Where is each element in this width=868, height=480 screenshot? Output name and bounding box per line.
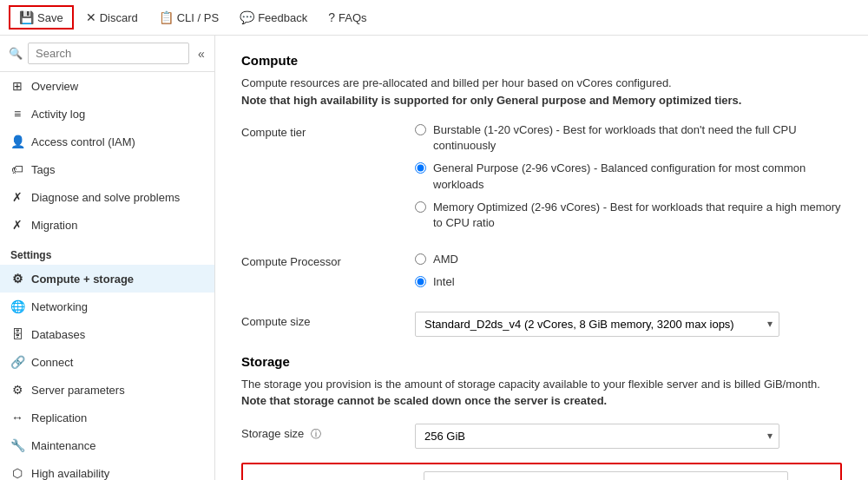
sidebar-item-databases[interactable]: 🗄 Databases (0, 320, 214, 348)
compute-desc1: Compute resources are pre-allocated and … (241, 76, 672, 89)
storage-size-label: Storage size ⓘ (241, 424, 415, 442)
sidebar-item-label: Activity log (31, 108, 85, 121)
tier-memory-option: Memory Optimized (2-96 vCores) - Best fo… (415, 200, 842, 231)
tier-general-radio[interactable] (415, 162, 426, 174)
processor-intel-label[interactable]: Intel (433, 274, 455, 290)
tier-general-label[interactable]: General Purpose (2-96 vCores) - Balanced… (433, 161, 842, 192)
processor-amd-label[interactable]: AMD (433, 252, 458, 267)
storage-size-info-icon[interactable]: ⓘ (311, 428, 321, 440)
compute-processor-row: Compute Processor AMD Intel (241, 252, 842, 297)
tier-burstable-option: Burstable (1-20 vCores) - Best for workl… (415, 122, 842, 154)
compute-tier-label: Compute tier (241, 122, 415, 139)
storage-desc1: The storage you provision is the amount … (241, 378, 820, 391)
processor-amd-radio[interactable] (415, 253, 426, 265)
sidebar-item-high-availability[interactable]: ⬡ High availability (0, 459, 214, 480)
search-magnifier-icon: 🔍 (9, 47, 23, 60)
collapse-sidebar-button[interactable]: « (194, 45, 208, 62)
compute-size-row: Compute size Standard_D2ds_v4 (2 vCores,… (241, 312, 842, 337)
discard-button[interactable]: ✕ Discard (77, 7, 147, 28)
feedback-label: Feedback (258, 11, 307, 24)
faqs-label: FAQs (339, 11, 367, 24)
tier-burstable-label[interactable]: Burstable (1-20 vCores) - Best for workl… (433, 122, 842, 154)
compute-description: Compute resources are pre-allocated and … (241, 75, 842, 108)
sidebar-search-area: 🔍 « (0, 36, 214, 72)
cli-ps-label: CLI / PS (177, 11, 219, 24)
processor-intel-option: Intel (415, 274, 842, 290)
sidebar-item-label: Migration (31, 219, 77, 232)
performance-tier-label: Performance Tier ⓘ (250, 475, 424, 481)
sidebar-item-label: Tags (31, 163, 55, 176)
sidebar-item-overview[interactable]: ⊞ Overview (0, 72, 214, 100)
sidebar-item-label: Compute + storage (31, 273, 134, 286)
tags-icon: 🏷 (10, 162, 24, 176)
sidebar-item-access-control[interactable]: 👤 Access control (IAM) (0, 128, 214, 155)
sidebar-item-label: Server parameters (31, 384, 125, 397)
save-button[interactable]: 💾 Save (9, 5, 74, 30)
sidebar-item-networking[interactable]: 🌐 Networking (0, 293, 214, 320)
compute-tier-controls: Burstable (1-20 vCores) - Best for workl… (415, 122, 842, 238)
maintenance-icon: 🔧 (10, 438, 24, 452)
save-icon: 💾 (19, 10, 34, 24)
high-availability-icon: ⬡ (10, 466, 24, 480)
cli-ps-button[interactable]: 📋 CLI / PS (150, 7, 227, 28)
sidebar-item-maintenance[interactable]: 🔧 Maintenance (0, 431, 214, 459)
sidebar-item-label: Access control (IAM) (31, 135, 135, 148)
sidebar-item-label: High availability (31, 467, 109, 480)
compute-processor-label: Compute Processor (241, 252, 415, 268)
sidebar-item-replication[interactable]: ↔ Replication (0, 404, 214, 431)
sidebar-item-compute-storage[interactable]: ⚙ Compute + storage (0, 265, 214, 293)
discard-label: Discard (100, 11, 138, 24)
storage-desc2: Note that storage cannot be scaled down … (241, 394, 607, 407)
performance-tier-select[interactable]: P15 (1100 iops) (424, 471, 788, 481)
diagnose-icon: ✗ (10, 190, 24, 204)
sidebar-item-server-parameters[interactable]: ⚙ Server parameters (0, 376, 214, 404)
networking-icon: 🌐 (10, 299, 24, 313)
compute-title: Compute (241, 53, 842, 68)
storage-size-select[interactable]: 256 GiB (415, 424, 779, 449)
connect-icon: 🔗 (10, 355, 24, 369)
compute-desc2: Note that high availability is supported… (241, 94, 741, 107)
tier-burstable-radio[interactable] (415, 124, 426, 135)
compute-storage-icon: ⚙ (10, 272, 24, 286)
faqs-button[interactable]: ? FAQs (319, 7, 375, 28)
feedback-button[interactable]: 💬 Feedback (231, 7, 316, 28)
feedback-icon: 💬 (240, 10, 254, 24)
storage-title: Storage (241, 354, 842, 369)
overview-icon: ⊞ (10, 79, 24, 93)
sidebar-item-connect[interactable]: 🔗 Connect (0, 348, 214, 376)
sidebar-item-label: Replication (31, 411, 87, 424)
sidebar-item-activity-log[interactable]: ≡ Activity log (0, 100, 214, 128)
compute-size-select-wrapper: Standard_D2ds_v4 (2 vCores, 8 GiB memory… (415, 312, 779, 337)
save-label: Save (37, 11, 63, 24)
discard-icon: ✕ (86, 10, 96, 24)
compute-size-label: Compute size (241, 312, 415, 328)
main-layout: 🔍 « ⊞ Overview ≡ Activity log 👤 Access c… (0, 36, 868, 480)
storage-size-controls: 256 GiB ▾ (415, 424, 842, 449)
processor-intel-radio[interactable] (415, 276, 426, 287)
compute-processor-controls: AMD Intel (415, 252, 842, 297)
storage-size-select-wrapper: 256 GiB ▾ (415, 424, 779, 449)
databases-icon: 🗄 (10, 327, 24, 341)
sidebar-item-diagnose[interactable]: ✗ Diagnose and solve problems (0, 183, 214, 211)
sidebar-item-label: Overview (31, 80, 78, 93)
tier-memory-radio[interactable] (415, 201, 426, 213)
storage-section: Storage The storage you provision is the… (241, 354, 842, 481)
migration-icon: ✗ (10, 218, 24, 232)
sidebar-item-migration[interactable]: ✗ Migration (0, 211, 214, 239)
sidebar-item-label: Diagnose and solve problems (31, 191, 180, 204)
performance-tier-row: Performance Tier ⓘ P15 (1100 iops) ▾ (241, 463, 842, 481)
sidebar-item-tags[interactable]: 🏷 Tags (0, 155, 214, 183)
processor-amd-option: AMD (415, 252, 842, 267)
sidebar-item-label: Networking (31, 300, 88, 313)
compute-tier-row: Compute tier Burstable (1-20 vCores) - B… (241, 122, 842, 238)
storage-size-row: Storage size ⓘ 256 GiB ▾ (241, 424, 842, 449)
performance-tier-select-wrapper: P15 (1100 iops) ▾ (424, 471, 788, 481)
search-input[interactable] (28, 43, 189, 64)
tier-general-option: General Purpose (2-96 vCores) - Balanced… (415, 161, 842, 192)
tier-memory-label[interactable]: Memory Optimized (2-96 vCores) - Best fo… (433, 200, 842, 231)
sidebar: 🔍 « ⊞ Overview ≡ Activity log 👤 Access c… (0, 36, 215, 480)
faqs-icon: ? (328, 10, 335, 24)
compute-size-select[interactable]: Standard_D2ds_v4 (2 vCores, 8 GiB memory… (415, 312, 779, 337)
toolbar: 💾 Save ✕ Discard 📋 CLI / PS 💬 Feedback ?… (0, 0, 868, 36)
settings-section-label: Settings (0, 239, 214, 265)
